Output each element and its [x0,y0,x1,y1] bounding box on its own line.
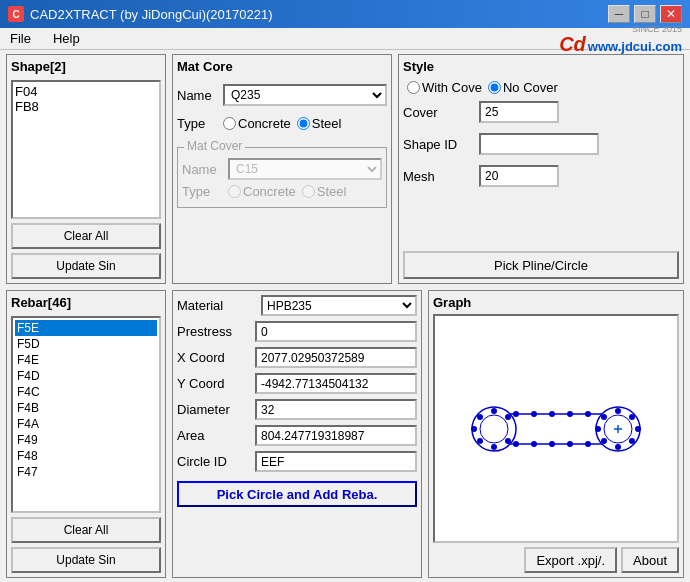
rebar-list-item[interactable]: F48 [15,448,157,464]
prestress-label: Prestress [177,324,251,339]
pick-circle-button[interactable]: Pick Circle and Add Reba. [177,481,417,507]
x-coord-input[interactable]: 2077.02950372589 [255,347,417,368]
graph-panel: Graph [428,290,684,578]
mat-core-title: Mat Core [177,59,387,74]
style-panel-title: Style [403,59,434,74]
mat-cover-title: Mat Cover [184,139,245,153]
rebar-list[interactable]: F5E F5D F4E F4D F4C F4B F4A F49 F48 F47 [11,316,161,513]
svg-point-21 [491,408,497,414]
shape-list[interactable]: F04 FB8 [11,80,161,219]
shape-list-item[interactable]: FB8 [15,99,157,114]
svg-point-6 [531,411,537,417]
material-select[interactable]: HPB235 HRB335 HRB400 [261,295,417,316]
rebar-list-item[interactable]: F4A [15,416,157,432]
svg-point-23 [595,426,601,432]
svg-point-22 [601,414,607,420]
app-icon: C [8,6,24,22]
mesh-input[interactable]: 20 [479,165,559,187]
svg-point-15 [477,414,483,420]
svg-point-29 [615,408,621,414]
export-button[interactable]: Export .xpj/. [524,547,617,573]
rebar-panel: Rebar[46] F5E F5D F4E F4D F4C F4B F4A F4… [6,290,166,578]
rebar-list-item[interactable]: F49 [15,432,157,448]
menu-help[interactable]: Help [47,29,86,48]
window-title: CAD2XTRACT (by JiDongCui)(20170221) [30,7,273,22]
svg-point-9 [585,411,591,417]
mat-cover-steel-radio: Steel [302,184,347,199]
menu-bar: File Help SINCE 2015 Cd www.jdcui.com [0,28,690,50]
svg-point-25 [615,444,621,450]
svg-point-18 [491,444,497,450]
cover-label: Cover [403,105,473,120]
shape-list-item[interactable]: F04 [15,84,157,99]
mat-core-steel-radio[interactable]: Steel [297,116,342,131]
shape-panel-title: Shape[2] [11,59,161,74]
svg-point-14 [585,441,591,447]
svg-point-24 [601,438,607,444]
rebar-list-item[interactable]: F47 [15,464,157,480]
minimize-button[interactable]: ─ [608,5,630,23]
mat-cover-section: Mat Cover Name C15 C20 C25 Type [177,147,387,208]
svg-point-16 [471,426,477,432]
logo-url: www.jdcui.com [588,39,682,54]
style-panel: Style With Cove No Cover Cover 25 S [398,54,684,284]
svg-point-10 [513,441,519,447]
y-coord-input[interactable]: -4942.77134504132 [255,373,417,394]
rebar-update-sin-button[interactable]: Update Sin [11,547,161,573]
diameter-input[interactable]: 32 [255,399,417,420]
svg-point-12 [549,441,555,447]
maximize-button[interactable]: □ [634,5,656,23]
mat-cover-concrete-radio: Concrete [228,184,296,199]
rebar-list-item[interactable]: F5E [15,320,157,336]
mesh-label: Mesh [403,169,473,184]
rebar-list-item[interactable]: F4E [15,352,157,368]
shape-id-input[interactable] [479,133,599,155]
rebar-list-item[interactable]: F4C [15,384,157,400]
logo-cd-icon: Cd [559,34,586,54]
close-button[interactable]: ✕ [660,5,682,23]
mat-cover-name-label: Name [182,162,222,177]
shape-panel: Shape[2] F04 FB8 Clear All Update Sin [6,54,166,284]
x-coord-label: X Coord [177,350,251,365]
shape-update-sin-button[interactable]: Update Sin [11,253,161,279]
svg-point-19 [505,438,511,444]
no-cover-radio[interactable]: No Cover [488,80,558,95]
svg-point-3 [480,415,508,443]
rebar-clear-all-button[interactable]: Clear All [11,517,161,543]
logo-brand-area: Cd www.jdcui.com [559,34,682,54]
svg-point-17 [477,438,483,444]
svg-point-20 [505,414,511,420]
material-label: Material [177,298,257,313]
svg-point-5 [513,411,519,417]
about-button[interactable]: About [621,547,679,573]
shape-id-label: Shape ID [403,137,473,152]
mat-cover-type-label: Type [182,184,222,199]
svg-point-13 [567,441,573,447]
circle-id-input[interactable]: EEF [255,451,417,472]
rebar-props-panel: Material HPB235 HRB335 HRB400 Prestress … [172,290,422,578]
y-coord-label: Y Coord [177,376,251,391]
circle-id-label: Circle ID [177,454,251,469]
area-label: Area [177,428,251,443]
svg-point-26 [629,438,635,444]
mat-core-name-label: Name [177,88,217,103]
cover-input[interactable]: 25 [479,101,559,123]
svg-point-27 [635,426,641,432]
svg-point-11 [531,441,537,447]
svg-point-8 [567,411,573,417]
rebar-list-item[interactable]: F5D [15,336,157,352]
graph-title: Graph [433,295,679,310]
pick-pline-button[interactable]: Pick Pline/Circle [403,251,679,279]
graph-svg [466,379,646,479]
graph-canvas [433,314,679,543]
menu-file[interactable]: File [4,29,37,48]
mat-core-name-select[interactable]: Q235 Q345 Q420 [223,84,387,106]
shape-clear-all-button[interactable]: Clear All [11,223,161,249]
with-cover-radio[interactable]: With Cove [407,80,482,95]
rebar-list-item[interactable]: F4B [15,400,157,416]
mat-core-concrete-radio[interactable]: Concrete [223,116,291,131]
mat-cover-name-select: C15 C20 C25 [228,158,382,180]
rebar-list-item[interactable]: F4D [15,368,157,384]
area-input[interactable]: 804.247719318987 [255,425,417,446]
prestress-input[interactable]: 0 [255,321,417,342]
